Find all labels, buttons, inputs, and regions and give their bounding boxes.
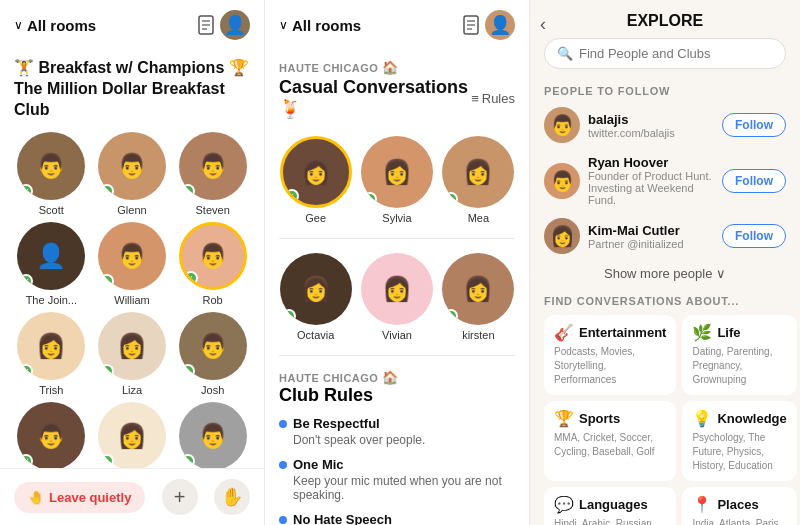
online-indicator: ✓ xyxy=(100,454,114,468)
avatar-thejoin[interactable]: 👤 ✓ The Join... xyxy=(14,222,89,306)
topic-knowledge[interactable]: 💡 Knowledge Psychology, The Future, Phys… xyxy=(682,401,796,481)
rule-dot-icon xyxy=(279,461,287,469)
speaker-avatar: 👩 ✓ xyxy=(280,136,352,208)
rule-be-respectful: Be Respectful Don't speak over people. xyxy=(279,416,515,447)
user-avatar[interactable]: 👤 xyxy=(485,10,515,40)
avatar-liza[interactable]: 👩 ✓ Liza xyxy=(95,312,170,396)
divider xyxy=(279,355,515,356)
house-icon: 🏠 xyxy=(382,60,399,75)
leave-quietly-button[interactable]: 🤚 🤚 Leave quietly Leave quietly xyxy=(14,482,145,513)
avatar-steven[interactable]: 👨 ✓ Steven xyxy=(175,132,250,216)
follow-button-ryan[interactable]: Follow xyxy=(722,169,786,193)
follow-sub: twitter.com/balajis xyxy=(588,127,714,139)
listener-vivian[interactable]: 👩 Vivian xyxy=(360,253,433,341)
search-input[interactable] xyxy=(579,46,773,61)
languages-icon: 💬 xyxy=(554,495,574,514)
avatar-circle: 👩 ✓ xyxy=(98,402,166,470)
listener-name: Vivian xyxy=(382,329,412,341)
topic-languages[interactable]: 💬 Languages Hindi, Arabic, Russian, Indo… xyxy=(544,487,676,525)
left-avatar-grid: 👨 ✓ Scott 👨 ✓ Glenn 👨 ✓ Steven 👤 ✓ xyxy=(0,132,264,486)
rules-button[interactable]: ≡ Rules xyxy=(471,91,515,106)
speaker-avatar: 👩 ✓ xyxy=(442,136,514,208)
topic-desc: Podcasts, Movies, Storytelling, Performa… xyxy=(554,345,666,387)
rule-desc: Don't speak over people. xyxy=(293,433,515,447)
online-indicator: ✓ xyxy=(181,364,195,378)
follow-button-kimmai[interactable]: Follow xyxy=(722,224,786,248)
listener-kirsten[interactable]: 👩 ✓ kirsten xyxy=(442,253,515,341)
topic-entertainment[interactable]: 🎸 Entertainment Podcasts, Movies, Storyt… xyxy=(544,315,676,395)
speaker-mea[interactable]: 👩 ✓ Mea xyxy=(442,136,515,224)
listener-avatar: 👩 ✓ xyxy=(280,253,352,325)
raise-hand-button[interactable]: ✋ xyxy=(214,479,250,515)
avatar-rob[interactable]: 👨 ✓ Rob xyxy=(175,222,250,306)
search-box[interactable]: 🔍 xyxy=(544,38,786,69)
avatar-name: Liza xyxy=(122,384,142,396)
listener-avatar: 👩 ✓ xyxy=(442,253,514,325)
speaker-gee[interactable]: 👩 ✓ Gee xyxy=(279,136,352,224)
avatar-circle: 👨 ✓ xyxy=(17,402,85,470)
speaker-sylvia[interactable]: 👩 ✓ Sylvia xyxy=(360,136,433,224)
explore-panel: ‹ EXPLORE 🔍 PEOPLE TO FOLLOW 👨 balajis t… xyxy=(530,0,800,525)
follow-sub: Founder of Product Hunt. Investing at We… xyxy=(588,170,714,206)
avatar-scott[interactable]: 👨 ✓ Scott xyxy=(14,132,89,216)
entertainment-icon: 🎸 xyxy=(554,323,574,342)
follow-info: Kim-Mai Cutler Partner @initialized xyxy=(588,223,714,250)
follow-item-ryan: 👨 Ryan Hoover Founder of Product Hunt. I… xyxy=(530,149,800,212)
topic-name: Places xyxy=(717,497,758,512)
rule-desc: Keep your mic muted when you are not spe… xyxy=(293,474,515,502)
avatar-circle: 👩 ✓ xyxy=(17,312,85,380)
user-avatar[interactable]: 👤 xyxy=(220,10,250,40)
avatar-name: Josh xyxy=(201,384,224,396)
add-button[interactable]: + xyxy=(162,479,198,515)
online-indicator: ✓ xyxy=(444,192,458,206)
back-icon[interactable]: ‹ xyxy=(540,14,546,35)
topic-sports[interactable]: 🏆 Sports MMA, Cricket, Soccer, Cycling, … xyxy=(544,401,676,481)
avatar-circle: 👨 ✓ xyxy=(179,132,247,200)
rule-title: No Hate Speech xyxy=(279,512,515,525)
avatar-trish[interactable]: 👩 ✓ Trish xyxy=(14,312,89,396)
house-icon: 🏠 xyxy=(382,370,399,385)
left-topbar-title: All rooms xyxy=(27,17,184,34)
topic-name: Entertainment xyxy=(579,325,666,340)
listener-name: Octavia xyxy=(297,329,334,341)
avatar-circle: 👤 ✓ xyxy=(17,222,85,290)
listener-name: kirsten xyxy=(462,329,494,341)
document-icon[interactable] xyxy=(457,11,485,39)
avatar-circle: 👨 ✓ xyxy=(179,312,247,380)
chevron-down-icon: ∨ xyxy=(14,18,23,32)
topics-grid: 🎸 Entertainment Podcasts, Movies, Storyt… xyxy=(530,311,800,525)
speaker-name: Sylvia xyxy=(382,212,411,224)
avatar-name: Glenn xyxy=(117,204,146,216)
avatar-glenn[interactable]: 👨 ✓ Glenn xyxy=(95,132,170,216)
document-icon[interactable] xyxy=(192,11,220,39)
hand-wave-icon: 🤚 xyxy=(28,490,44,505)
listeners-grid: 👩 ✓ Octavia 👩 Vivian 👩 ✓ kirsten xyxy=(265,243,529,351)
avatar-name: Steven xyxy=(196,204,230,216)
mid-room-header: HAUTE CHICAGO 🏠 Casual Conversations 🍹 ≡… xyxy=(265,50,529,126)
avatar-name: William xyxy=(114,294,149,306)
topic-life[interactable]: 🌿 Life Dating, Parenting, Pregnancy, Gro… xyxy=(682,315,796,395)
rule-dot-icon xyxy=(279,420,287,428)
avatar-josh[interactable]: 👨 ✓ Josh xyxy=(175,312,250,396)
topic-places[interactable]: 📍 Places India, Atlanta, Paris, Africa, … xyxy=(682,487,796,525)
room-name: Casual Conversations 🍹 xyxy=(279,77,471,120)
avatar-circle: 👨 ✓ xyxy=(179,222,247,290)
topic-name: Life xyxy=(717,325,740,340)
listener-octavia[interactable]: 👩 ✓ Octavia xyxy=(279,253,352,341)
rule-title: One Mic xyxy=(279,457,515,472)
follow-name: Kim-Mai Cutler xyxy=(588,223,714,238)
follow-info: balajis twitter.com/balajis xyxy=(588,112,714,139)
avatar-william[interactable]: 👨 ✓ William xyxy=(95,222,170,306)
follow-avatar: 👩 xyxy=(544,218,580,254)
follow-avatar: 👨 xyxy=(544,107,580,143)
online-indicator: ✓ xyxy=(363,192,377,206)
avatar-circle: 👨 ✓ xyxy=(98,132,166,200)
rule-one-mic: One Mic Keep your mic muted when you are… xyxy=(279,457,515,502)
follow-button-balajis[interactable]: Follow xyxy=(722,113,786,137)
rule-dot-icon xyxy=(279,516,287,524)
left-bottom-bar: 🤚 🤚 Leave quietly Leave quietly + ✋ xyxy=(0,468,264,525)
show-more-people-button[interactable]: Show more people ∨ xyxy=(530,260,800,287)
topic-desc: Dating, Parenting, Pregnancy, Grownuping xyxy=(692,345,786,387)
topic-name: Languages xyxy=(579,497,648,512)
left-panel: ∨ All rooms 👤 🏋️ Breakfast w/ Champions … xyxy=(0,0,265,525)
